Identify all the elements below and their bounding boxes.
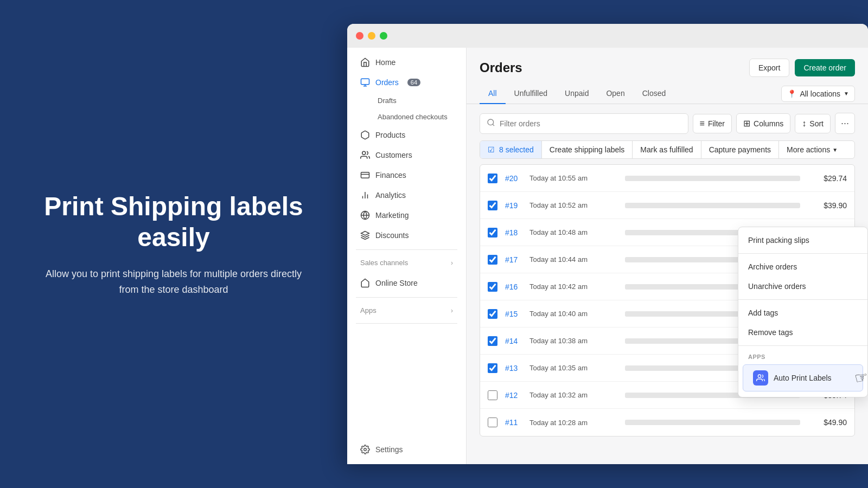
order-checkbox-8[interactable] xyxy=(488,390,497,400)
capture-payments-btn[interactable]: Capture payments xyxy=(701,141,779,158)
sidebar-item-drafts[interactable]: Drafts xyxy=(371,93,466,108)
sidebar-item-products[interactable]: Products xyxy=(352,125,462,145)
order-time: Today at 10:52 am xyxy=(529,201,616,209)
location-label: All locations xyxy=(800,89,840,98)
order-checkbox-5[interactable] xyxy=(488,309,497,319)
filter-icon: ≡ xyxy=(700,119,705,129)
sort-button[interactable]: ↕ Sort xyxy=(795,114,831,133)
sidebar-item-sales-channels[interactable]: Sales channels › xyxy=(352,254,462,271)
order-time: Today at 10:32 am xyxy=(529,391,616,399)
order-status-bar xyxy=(625,420,800,425)
tab-unfulfilled[interactable]: Unfulfilled xyxy=(506,84,556,104)
order-number[interactable]: #17 xyxy=(505,255,529,264)
order-checkbox-1[interactable] xyxy=(488,201,497,210)
dropdown-unarchive-orders[interactable]: Unarchive orders xyxy=(738,277,867,296)
dropdown-print-packing-slips[interactable]: Print packing slips xyxy=(738,230,867,250)
order-time: Today at 10:44 am xyxy=(529,255,616,264)
more-options-button[interactable]: ··· xyxy=(835,113,855,134)
sidebar-item-analytics[interactable]: Analytics xyxy=(352,185,462,205)
sidebar-divider-3 xyxy=(356,323,457,324)
order-time: Today at 10:28 am xyxy=(529,419,616,427)
tabs-list: All Unfulfilled Unpaid Open Closed xyxy=(480,84,674,104)
search-box xyxy=(480,113,688,134)
dropdown-divider-1 xyxy=(738,253,867,254)
search-input[interactable] xyxy=(500,119,681,128)
columns-button[interactable]: ⊞ Columns xyxy=(736,113,790,133)
sidebar-item-abandoned[interactable]: Abandoned checkouts xyxy=(371,109,466,125)
order-checkbox-9[interactable] xyxy=(488,418,497,427)
mark-fulfilled-btn[interactable]: Mark as fulfilled xyxy=(633,141,701,158)
dropdown-divider-3 xyxy=(738,345,867,346)
traffic-lights xyxy=(356,32,387,40)
svg-point-14 xyxy=(758,375,761,377)
svg-point-11 xyxy=(364,448,367,451)
order-number[interactable]: #12 xyxy=(505,391,529,400)
minimize-button[interactable] xyxy=(368,32,375,40)
order-checkbox-6[interactable] xyxy=(488,336,497,346)
sidebar-item-online-store[interactable]: Online Store xyxy=(352,273,462,293)
create-shipping-labels-btn[interactable]: Create shipping labels xyxy=(542,141,633,158)
order-checkbox-7[interactable] xyxy=(488,363,497,373)
dropdown-archive-orders[interactable]: Archive orders xyxy=(738,257,867,277)
more-actions-btn[interactable]: More actions ▼ xyxy=(779,141,845,158)
sidebar-item-apps[interactable]: Apps › xyxy=(352,302,462,319)
sidebar-item-finances[interactable]: Finances xyxy=(352,165,462,185)
location-filter[interactable]: 📍 All locations ▼ xyxy=(781,86,855,102)
order-amount: $39.90 xyxy=(809,201,847,210)
search-icon xyxy=(487,118,495,129)
order-time: Today at 10:38 am xyxy=(529,337,616,345)
dropdown-add-tags[interactable]: Add tags xyxy=(738,303,867,323)
sidebar-item-marketing[interactable]: Marketing xyxy=(352,206,462,225)
sidebar-nav: Home Orders 64 xyxy=(347,52,466,439)
create-order-button[interactable]: Create order xyxy=(795,59,855,76)
order-checkbox-0[interactable] xyxy=(488,174,497,183)
sidebar-home-label: Home xyxy=(375,58,395,67)
settings-icon xyxy=(360,445,370,454)
export-button[interactable]: Export xyxy=(749,59,789,77)
close-button[interactable] xyxy=(356,32,363,40)
tab-closed[interactable]: Closed xyxy=(634,84,675,104)
sidebar-item-discounts[interactable]: Discounts xyxy=(352,226,462,245)
order-number[interactable]: #13 xyxy=(505,364,529,373)
tab-unpaid[interactable]: Unpaid xyxy=(556,84,597,104)
dropdown-auto-print-labels[interactable]: Auto Print Labels ☞ xyxy=(743,364,863,391)
sidebar-item-settings[interactable]: Settings xyxy=(352,440,462,459)
order-number[interactable]: #19 xyxy=(505,201,529,210)
order-number[interactable]: #18 xyxy=(505,228,529,237)
order-time: Today at 10:55 am xyxy=(529,174,616,182)
more-actions-dropdown: Print packing slips Archive orders Unarc… xyxy=(738,227,868,397)
sidebar-orders-label: Orders xyxy=(375,78,399,87)
maximize-button[interactable] xyxy=(380,32,387,40)
tab-open[interactable]: Open xyxy=(597,84,633,104)
order-checkbox-3[interactable] xyxy=(488,255,497,265)
sidebar-item-customers[interactable]: Customers xyxy=(352,145,462,165)
customers-icon xyxy=(360,150,370,160)
dropdown-remove-tags[interactable]: Remove tags xyxy=(738,323,867,342)
order-number[interactable]: #11 xyxy=(505,418,529,427)
tab-all[interactable]: All xyxy=(480,84,506,104)
marketing-icon xyxy=(360,210,370,220)
sales-channels-label: Sales channels xyxy=(360,259,408,267)
sidebar-item-home[interactable]: Home xyxy=(352,53,462,72)
order-number[interactable]: #15 xyxy=(505,310,529,318)
analytics-icon xyxy=(360,190,370,200)
table-row: #11 Today at 10:28 am $49.90 xyxy=(480,409,854,436)
filter-button[interactable]: ≡ Filter xyxy=(693,114,732,133)
order-number[interactable]: #14 xyxy=(505,337,529,345)
order-number[interactable]: #16 xyxy=(505,282,529,291)
discounts-label: Discounts xyxy=(375,231,409,240)
select-checkbox-icon: ☑ xyxy=(488,145,495,154)
order-checkbox-2[interactable] xyxy=(488,228,497,237)
order-number[interactable]: #20 xyxy=(505,174,529,183)
svg-line-13 xyxy=(493,124,494,126)
location-pin-icon: 📍 xyxy=(787,89,796,98)
columns-label: Columns xyxy=(754,119,783,128)
svg-point-3 xyxy=(362,151,366,155)
hero-subtitle: Allow you to print shipping labels for m… xyxy=(43,266,304,298)
svg-rect-4 xyxy=(361,172,369,178)
sidebar-item-orders[interactable]: Orders 64 xyxy=(352,73,462,92)
location-chevron-icon: ▼ xyxy=(844,91,849,97)
products-label: Products xyxy=(375,131,405,139)
order-checkbox-4[interactable] xyxy=(488,282,497,292)
sort-icon: ↕ xyxy=(802,119,806,129)
